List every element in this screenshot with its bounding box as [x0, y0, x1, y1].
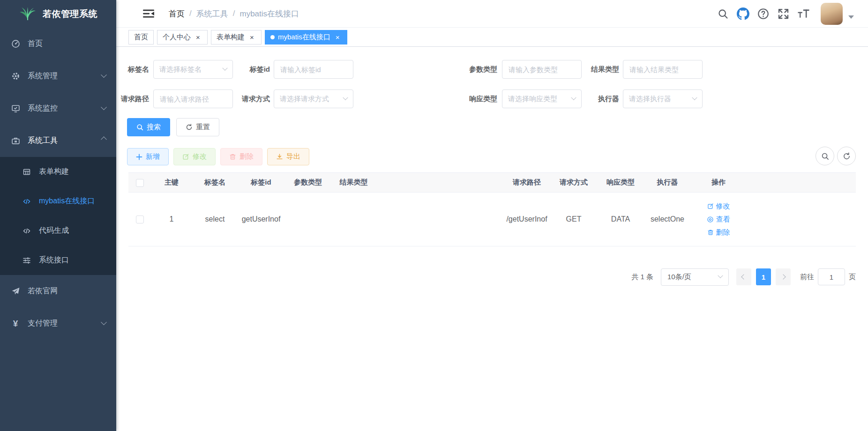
row-actions: 修改 查看 删除	[691, 201, 746, 238]
delete-button[interactable]: 删除	[220, 148, 262, 165]
col-header: 结果类型	[331, 173, 376, 193]
param-type-input[interactable]	[502, 60, 582, 79]
edit-button[interactable]: 修改	[173, 148, 216, 165]
response-type-select[interactable]: 请选择响应类型	[502, 89, 582, 108]
paper-plane-icon	[11, 287, 20, 296]
main-content: 标签名 请选择标签名 标签id 参数类型 结果类型 请求路径 请求方式 请选择请…	[116, 47, 868, 431]
toggle-search-button[interactable]	[816, 147, 834, 165]
sidebar-fold-icon[interactable]	[142, 8, 155, 19]
row-delete-link[interactable]: 删除	[707, 227, 730, 238]
page-1-button[interactable]: 1	[756, 268, 771, 285]
app-logo[interactable]: 若依管理系统	[0, 0, 116, 28]
top-navbar: 首页 / 系统工具 / mybatis在线接口	[116, 0, 868, 28]
sidebar-item-label: 首页	[28, 39, 43, 49]
plus-icon	[136, 154, 142, 160]
breadcrumb-home[interactable]: 首页	[169, 8, 185, 19]
request-path-input[interactable]	[153, 89, 233, 108]
edit-icon	[707, 203, 714, 209]
search-button[interactable]: 搜索	[127, 118, 170, 136]
col-header: 标签id	[238, 173, 284, 193]
cell-response-type: DATA	[597, 193, 644, 246]
chevron-down-icon	[692, 95, 697, 100]
sidebar-item-form-builder[interactable]: 表单构建	[0, 157, 116, 186]
tab-home[interactable]: 首页	[128, 30, 154, 45]
chevron-left-icon	[741, 274, 746, 279]
result-type-input[interactable]	[623, 60, 703, 79]
reset-button[interactable]: 重置	[176, 118, 219, 136]
sidebar-item-system-monitor[interactable]: 系统监控	[0, 92, 116, 125]
tag-id-input[interactable]	[274, 60, 353, 79]
close-icon[interactable]	[194, 33, 202, 41]
tag-name-select[interactable]: 请选择标签名	[153, 60, 233, 79]
table-header-row: 主键 标签名 标签id 参数类型 结果类型 请求路径 请求方式 响应类型 执行器…	[128, 173, 856, 193]
breadcrumb-separator: /	[233, 9, 235, 18]
sidebar-item-ruoyi-site[interactable]: 若依官网	[0, 275, 116, 307]
app-title: 若依管理系统	[43, 8, 97, 20]
eye-icon	[707, 216, 714, 223]
field-label: 请求路径	[116, 95, 149, 104]
sidebar-item-payment[interactable]: ¥ 支付管理	[0, 307, 116, 340]
tab-label: mybatis在线接口	[278, 33, 330, 42]
close-icon[interactable]	[334, 33, 342, 41]
sidebar-item-label: 系统工具	[28, 136, 58, 146]
sidebar-item-home[interactable]: 首页	[0, 28, 116, 60]
table-toolbar: 新增 修改 删除 导出	[127, 148, 309, 165]
close-icon[interactable]	[248, 33, 256, 41]
prev-page-button[interactable]	[736, 268, 751, 285]
search-icon[interactable]	[716, 7, 729, 20]
sidebar-item-label: 支付管理	[28, 319, 58, 328]
cell-request-method: GET	[550, 193, 597, 246]
col-header: 请求方式	[550, 173, 597, 193]
select-all-checkbox[interactable]	[136, 179, 144, 187]
tab-mybatis-api[interactable]: mybatis在线接口	[265, 30, 347, 45]
font-size-icon[interactable]	[797, 7, 810, 20]
sidebar-item-code-gen[interactable]: 代码生成	[0, 216, 116, 245]
col-header: 响应类型	[597, 173, 644, 193]
help-icon[interactable]	[756, 7, 770, 20]
user-menu[interactable]	[821, 3, 854, 25]
leaf-logo-icon	[19, 6, 37, 22]
chevron-right-icon	[780, 274, 786, 279]
cell-result-type	[331, 193, 376, 246]
row-checkbox[interactable]	[136, 216, 144, 223]
toolbox-icon	[11, 136, 20, 146]
add-button[interactable]: 新增	[127, 148, 169, 165]
table-row[interactable]: 1 select getUserInof /getUserInof GET DA…	[128, 193, 856, 246]
yen-icon: ¥	[11, 319, 20, 328]
sidebar-item-system-api[interactable]: 系统接口	[0, 245, 116, 275]
refresh-button[interactable]	[837, 147, 856, 165]
field-label: 执行器	[582, 95, 619, 104]
cell-spacer	[376, 193, 503, 246]
tab-form-builder[interactable]: 表单构建	[211, 30, 262, 45]
breadcrumb-separator: /	[189, 9, 192, 18]
sidebar-item-system-tools[interactable]: 系统工具	[0, 125, 116, 157]
github-icon[interactable]	[736, 7, 749, 20]
avatar[interactable]	[821, 3, 843, 25]
sidebar-item-mybatis-api[interactable]: mybatis在线接口	[0, 186, 116, 216]
col-spacer	[746, 173, 856, 193]
goto-label: 前往	[800, 273, 814, 282]
page-size-select[interactable]: 10条/页	[661, 268, 729, 286]
search-icon	[821, 152, 829, 160]
code-icon	[22, 197, 31, 206]
sidebar-item-system-manage[interactable]: 系统管理	[0, 60, 116, 92]
row-edit-link[interactable]: 修改	[707, 201, 730, 212]
export-button[interactable]: 导出	[267, 148, 309, 165]
executor-select[interactable]: 请选择执行器	[623, 89, 703, 108]
chevron-down-icon	[343, 95, 348, 100]
sidebar-item-label: 若依官网	[28, 286, 58, 296]
next-page-button[interactable]	[776, 268, 791, 285]
field-label: 标签id	[233, 65, 270, 74]
sidebar-submenu-system-tools: 表单构建 mybatis在线接口 代码生成	[0, 157, 116, 275]
monitor-icon	[11, 104, 20, 113]
sidebar-item-label: 系统监控	[28, 104, 58, 113]
goto-page-input[interactable]	[818, 268, 845, 285]
request-method-select[interactable]: 请选择请求方式	[274, 89, 353, 108]
row-view-link[interactable]: 查看	[707, 214, 730, 225]
tab-profile[interactable]: 个人中心	[157, 30, 208, 45]
fullscreen-icon[interactable]	[777, 7, 790, 20]
filter-row-2: 请求路径 请求方式 请选择请求方式 响应类型 请选择响应类型 执行器 请选择执行…	[116, 89, 868, 108]
col-header: 执行器	[644, 173, 691, 193]
sidebar-item-label: 系统管理	[28, 71, 58, 81]
sidebar-item-label: mybatis在线接口	[39, 196, 95, 206]
